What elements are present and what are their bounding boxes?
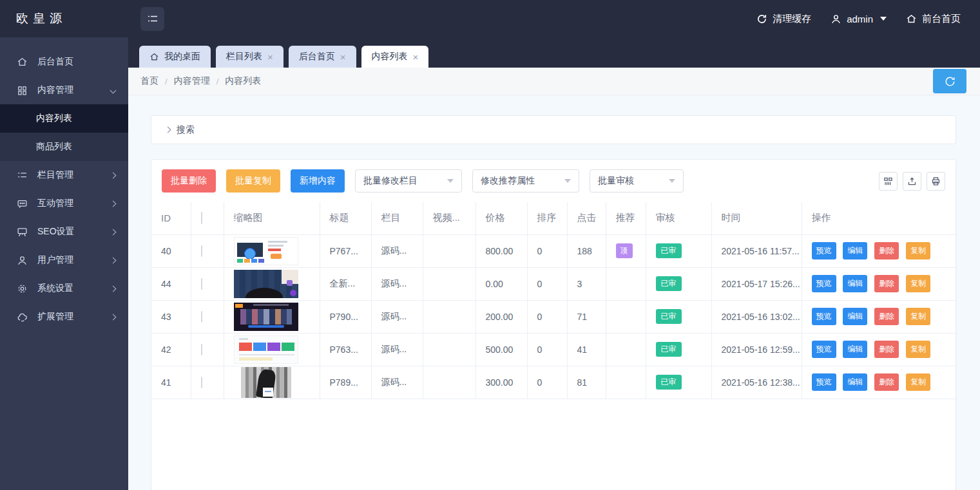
cell-price: 300.00 [476,366,527,399]
page-refresh-button[interactable] [933,69,966,93]
copy-button[interactable]: 复制 [906,308,930,325]
sidebar-item-backend-home[interactable]: 后台首页 [0,48,128,76]
edit-button[interactable]: 编辑 [843,373,867,391]
sidebar-item-interaction-management[interactable]: 互动管理 [0,189,128,218]
cell-id: 41 [151,366,191,399]
sidebar-item-system-settings[interactable]: 系统设置 [0,274,128,303]
edit-button[interactable]: 编辑 [843,275,867,292]
col-select [191,202,224,234]
sidebar-toggle-button[interactable] [140,7,164,31]
user-menu[interactable]: admin [831,14,887,24]
copy-button[interactable]: 复制 [906,341,930,358]
edit-button[interactable]: 编辑 [843,341,867,358]
sidebar-item-column-management[interactable]: 栏目管理 [0,161,128,189]
thumbnail-image[interactable] [234,237,298,265]
sidebar-item-content-list[interactable]: 内容列表 [0,104,128,133]
cloud-icon [17,312,28,323]
cell-sort: 0 [527,234,567,267]
breadcrumb-content-management[interactable]: 内容管理 [174,75,210,87]
preview-button[interactable]: 预览 [812,308,836,325]
print-icon [931,176,941,186]
thumbnail-image[interactable] [234,335,298,364]
chat-icon [17,198,28,209]
export-button[interactable] [903,172,921,191]
frontend-home-link[interactable]: 前台首页 [906,13,961,25]
recommend-badge: 顶 [616,243,633,258]
thumbnail-image[interactable] [234,270,298,298]
close-icon[interactable] [340,52,346,62]
search-panel-label: 搜索 [177,124,195,136]
admin-app: 欧皇源 清理缓存 admin [0,0,980,490]
cell-clicks: 3 [567,267,606,300]
preview-button[interactable]: 预览 [812,242,836,259]
preview-button[interactable]: 预览 [812,275,836,292]
preview-button[interactable]: 预览 [812,373,836,391]
change-recommend-select[interactable]: 修改推荐属性 [472,169,579,193]
delete-button[interactable]: 删除 [874,341,899,358]
chevron-down-icon [110,87,117,93]
chevron-down-icon [447,179,454,183]
table-row: 41 P789... 源码... 300.00 0 81 已审 [151,366,956,399]
delete-button[interactable]: 删除 [874,373,899,391]
sidebar-item-user-management[interactable]: 用户管理 [0,246,128,274]
cell-clicks: 81 [567,366,606,399]
cell-id: 40 [151,234,191,267]
columns-toggle-button[interactable] [879,172,898,191]
batch-delete-button[interactable]: 批量删除 [162,169,216,193]
delete-button[interactable]: 删除 [874,242,899,259]
copy-button[interactable]: 复制 [906,373,930,391]
row-checkbox[interactable] [201,245,202,257]
thumbnail-image[interactable] [234,303,298,331]
batch-change-column-select[interactable]: 批量修改栏目 [355,169,462,193]
batch-copy-button[interactable]: 批量复制 [226,169,280,193]
batch-audit-select[interactable]: 批量审核 [590,169,684,193]
list-icon [17,170,28,181]
table-row: 43 P790... 源码... 200.00 0 71 已审 [151,300,956,333]
add-content-button[interactable]: 新增内容 [291,169,345,193]
thumbnail-image[interactable] [241,367,291,398]
tab-my-desktop[interactable]: 我的桌面 [139,46,211,68]
table-header-row: ID 缩略图 标题 栏目 视频... 价格 排序 点击 推荐 审核 [151,202,956,234]
cell-video [423,267,476,300]
cell-title: P763... [320,333,371,366]
search-collapse-panel[interactable]: 搜索 [151,115,956,144]
chevron-down-icon [564,179,571,183]
close-icon[interactable] [413,52,419,62]
clear-cache-button[interactable]: 清理缓存 [756,13,811,25]
cell-clicks: 41 [567,333,606,366]
breadcrumb-home[interactable]: 首页 [140,75,159,87]
row-checkbox[interactable] [201,278,202,290]
cell-title: P789... [320,366,371,399]
table-row: 42 P763... 源码... 500.00 0 41 已审 [151,333,956,366]
delete-button[interactable]: 删除 [874,308,899,325]
copy-button[interactable]: 复制 [906,275,930,292]
sidebar-item-seo-settings[interactable]: SEO设置 [0,218,128,246]
cell-sort: 0 [527,267,567,300]
audit-badge: 已审 [656,243,682,258]
row-checkbox[interactable] [201,377,202,388]
close-icon[interactable] [267,52,273,62]
copy-button[interactable]: 复制 [906,242,930,259]
col-category: 栏目 [371,202,423,234]
row-checkbox[interactable] [201,344,202,355]
delete-button[interactable]: 删除 [874,275,899,292]
topbar-actions: 清理缓存 admin 前台首页 [756,13,980,25]
audit-badge: 已审 [656,276,682,291]
cell-video [423,366,476,399]
sidebar-item-goods-list[interactable]: 商品列表 [0,133,128,161]
sidebar-item-content-management[interactable]: 内容管理 [0,76,128,104]
tab-backend-home[interactable]: 后台首页 [289,46,356,68]
chevron-right-icon [110,229,117,235]
print-button[interactable] [927,172,945,191]
page-body: 搜索 批量删除 批量复制 新增内容 批量修改栏目 修改推荐属性 [128,95,980,490]
tab-content-list[interactable]: 内容列表 [361,46,429,68]
cell-price: 0.00 [476,267,527,300]
select-all-checkbox[interactable] [201,212,202,224]
sidebar-item-extension-management[interactable]: 扩展管理 [0,303,128,331]
tab-column-list[interactable]: 栏目列表 [216,46,283,68]
cell-title: 全新... [320,267,371,300]
row-checkbox[interactable] [201,311,202,323]
preview-button[interactable]: 预览 [812,341,836,358]
edit-button[interactable]: 编辑 [843,242,867,259]
edit-button[interactable]: 编辑 [843,308,867,325]
